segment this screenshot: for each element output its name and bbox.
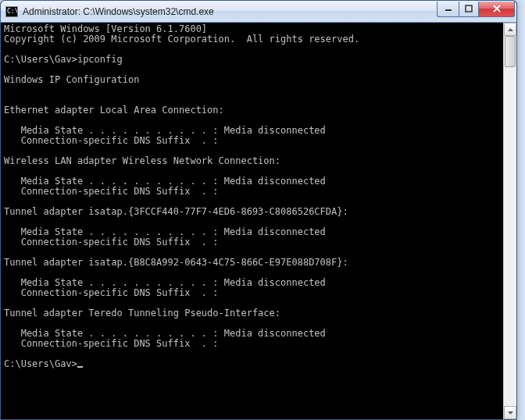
maximize-icon: [465, 5, 473, 12]
titlebar[interactable]: C:\ Administrator: C:\Windows\system32\c…: [1, 1, 516, 23]
scrollbar-thumb[interactable]: [505, 36, 516, 67]
dns-suffix-line: Connection-specific DNS Suffix . :: [4, 135, 219, 146]
media-state-line: Media State . . . . . . . . . . . : Medi…: [4, 277, 326, 288]
adapter-title: Tunnel adapter isatap.{B8C8A992-0643-4C7…: [4, 257, 348, 268]
copyright-line: Copyright (c) 2009 Microsoft Corporation…: [4, 34, 359, 44]
section-header: Windows IP Configuration: [4, 74, 139, 85]
prompt-path: C:\Users\Gav>: [4, 358, 77, 369]
close-icon: [492, 5, 502, 12]
scroll-down-button[interactable]: [504, 406, 516, 419]
close-button[interactable]: [479, 2, 515, 17]
window-controls: [437, 2, 515, 17]
minimize-button[interactable]: [437, 2, 459, 17]
svg-rect-0: [445, 9, 452, 11]
adapter-title: Ethernet adapter Local Area Connection:: [4, 105, 224, 116]
media-state-line: Media State . . . . . . . . . . . : Medi…: [4, 226, 326, 237]
cmd-window: C:\ Administrator: C:\Windows\system32\c…: [0, 0, 517, 420]
chevron-down-icon: [508, 411, 513, 415]
adapter-title: Wireless LAN adapter Wireless Network Co…: [4, 155, 280, 166]
scroll-up-button[interactable]: [504, 23, 516, 36]
dns-suffix-line: Connection-specific DNS Suffix . :: [4, 338, 219, 349]
cmd-icon: C:\: [5, 6, 18, 17]
os-version-line: Microsoft Windows [Version 6.1.7600]: [4, 23, 207, 34]
window-title: Administrator: C:\Windows\system32\cmd.e…: [23, 6, 437, 17]
dns-suffix-line: Connection-specific DNS Suffix . :: [4, 237, 219, 247]
svg-rect-1: [466, 5, 472, 12]
vertical-scrollbar[interactable]: [503, 23, 516, 419]
client-area: Microsoft Windows [Version 6.1.7600] Cop…: [1, 23, 516, 419]
minimize-icon: [445, 5, 452, 12]
maximize-button[interactable]: [459, 2, 479, 17]
media-state-line: Media State . . . . . . . . . . . : Medi…: [4, 125, 326, 136]
dns-suffix-line: Connection-specific DNS Suffix . :: [4, 186, 219, 197]
scrollbar-track[interactable]: [504, 36, 516, 406]
adapter-title: Tunnel adapter Teredo Tunneling Pseudo-I…: [4, 308, 280, 319]
media-state-line: Media State . . . . . . . . . . . : Medi…: [4, 176, 326, 187]
dns-suffix-line: Connection-specific DNS Suffix . :: [4, 287, 219, 298]
prompt-path: C:\Users\Gav>: [4, 54, 77, 65]
adapter-title: Tunnel adapter isatap.{3FCCF440-77F7-4ED…: [4, 206, 348, 217]
console-output[interactable]: Microsoft Windows [Version 6.1.7600] Cop…: [1, 23, 503, 419]
text-cursor: [77, 366, 83, 368]
chevron-up-icon: [508, 28, 513, 31]
media-state-line: Media State . . . . . . . . . . . : Medi…: [4, 328, 326, 339]
typed-command: ipconfig: [77, 54, 123, 65]
